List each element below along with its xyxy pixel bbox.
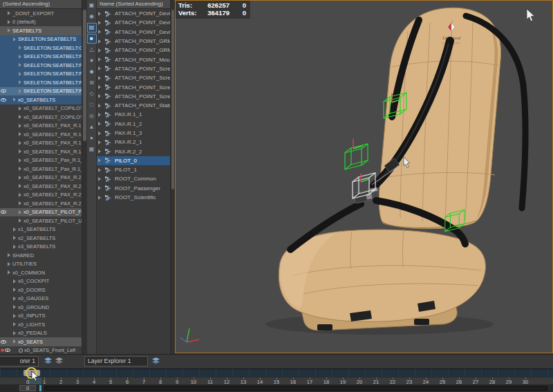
layer-row[interactable]: x0_SEATBELT_PILOT_Fasten	[0, 208, 82, 217]
scene-node-row[interactable]: ATTACH_POINT_Mount_Cup	[97, 55, 170, 64]
layer-row[interactable]: 0 (default)	[0, 18, 82, 27]
expand-arrow-icon[interactable]	[13, 37, 16, 41]
expand-arrow-icon[interactable]	[13, 314, 16, 318]
expand-arrow-icon[interactable]	[8, 270, 10, 274]
display-bones-icon[interactable]: ▲	[88, 123, 96, 131]
layer-row[interactable]: SKELETON:SEATBELTS	[0, 35, 82, 44]
layer-row[interactable]: x0_SEATBELT_PAX_R.1_1_Fast...	[0, 122, 82, 131]
layer-row[interactable]: x0_SEATBELT_Pax_R.1_3_Fast...	[0, 156, 82, 165]
layer-explorer-sort-header[interactable]: (Sorted Ascending)	[0, 0, 82, 9]
scene-node-row[interactable]: ATTACH_POINT_Device_03	[97, 28, 170, 37]
expand-arrow-icon[interactable]	[98, 140, 101, 144]
layer-row[interactable]: x1_SEATBELTS	[0, 225, 82, 234]
display-spacewarps-icon[interactable]: ◇	[88, 90, 96, 98]
track-bar[interactable]: 0	[0, 384, 553, 392]
expand-arrow-icon[interactable]	[13, 297, 16, 301]
expand-arrow-icon[interactable]	[98, 168, 101, 172]
expand-arrow-icon[interactable]	[98, 113, 101, 117]
expand-arrow-icon[interactable]	[19, 149, 21, 153]
scene-node-row[interactable]: ROOT_Passenger	[97, 184, 170, 193]
viewport-3d[interactable]: Diamond AIRCRAFT	[175, 0, 553, 353]
expand-arrow-icon[interactable]	[19, 201, 21, 205]
scene-node-row[interactable]: PAX-R.1_2	[97, 120, 170, 129]
layer-row[interactable]: x0_SEATBELT_PILOT_Unfaste...	[0, 216, 82, 225]
expand-arrow-icon[interactable]	[8, 28, 10, 32]
layer-row[interactable]: x0_SEATBELT_COPILOT_Faste...	[0, 104, 82, 113]
scene-node-row[interactable]: ATTACH_POINT_GRM1000_Au...	[97, 37, 170, 46]
expand-arrow-icon[interactable]	[19, 55, 21, 59]
display-containers-icon[interactable]: ●	[88, 134, 96, 142]
layer-list-icon[interactable]	[54, 356, 64, 366]
scene-node-row[interactable]: ATTACH_POINT_Screen_03_W...	[97, 92, 170, 101]
expand-arrow-icon[interactable]	[13, 288, 16, 292]
expand-arrow-icon[interactable]	[19, 46, 21, 50]
layer-row[interactable]: _DONT_EXPORT	[0, 9, 82, 18]
expand-arrow-icon[interactable]	[19, 141, 21, 145]
scene-node-row[interactable]: PAX-R.2_1	[97, 138, 170, 147]
expand-arrow-icon[interactable]	[8, 11, 10, 15]
expand-arrow-icon[interactable]	[13, 322, 16, 326]
select-icon[interactable]: ▤	[88, 24, 96, 32]
expand-arrow-icon[interactable]	[13, 236, 16, 240]
expand-arrow-icon[interactable]	[98, 76, 101, 80]
layer-row[interactable]: x0_SEATBELT_PAX_R.2_2_Unf...	[0, 199, 82, 208]
layer-row[interactable]: x2_SEATBELTS	[0, 234, 82, 243]
expand-arrow-icon[interactable]	[13, 339, 16, 344]
expand-arrow-icon[interactable]	[98, 186, 101, 190]
expand-arrow-icon[interactable]	[98, 122, 101, 126]
layer-row[interactable]: x0_SEATBELT_PAX_R.1_2_Unf...	[0, 147, 82, 156]
scene-explorer-name-header[interactable]: Name (Sorted Ascending)	[97, 0, 170, 9]
layer-row[interactable]: x0_SEATS_Front_Left	[0, 346, 82, 355]
visibility-eye-icon[interactable]	[1, 210, 6, 214]
scene-node-row[interactable]: PAX-R.1_1	[97, 110, 170, 119]
expand-arrow-icon[interactable]	[98, 66, 101, 71]
lock-icon[interactable]: ▣	[88, 1, 96, 10]
current-frame-field[interactable]: 0	[19, 385, 36, 391]
scene-node-row[interactable]: ATTACH_POINT_Screen_01_01	[97, 64, 170, 73]
scene-explorer-name-combo[interactable]: Layer Explorer 1	[84, 356, 148, 366]
scene-node-row[interactable]: PAX-R.2_2	[97, 147, 170, 156]
settings-icon[interactable]: ▦	[88, 145, 96, 153]
expand-arrow-icon[interactable]	[13, 97, 16, 102]
expand-arrow-icon[interactable]	[8, 20, 10, 24]
layer-row[interactable]: SHARED	[0, 251, 82, 260]
expand-arrow-icon[interactable]	[98, 149, 101, 153]
layer-row[interactable]: x0_SEATBELT_PAX_R.1_2_Fas...	[0, 139, 82, 148]
layer-row[interactable]: x0_COCKPIT	[0, 277, 82, 286]
scene-node-row[interactable]: ATTACH_POINT_Device_02	[97, 18, 170, 27]
scene-node-row[interactable]: ATTACH_POINT_Stabilizer	[97, 101, 170, 110]
layer-row[interactable]: x0_SEATBELT_PAX_R.2_1_Unf...	[0, 182, 82, 191]
layer-row[interactable]: x0_GAUGES	[0, 295, 82, 304]
layer-row[interactable]: x0_SEATBELTS	[0, 95, 82, 104]
display-xrefs-icon[interactable]: ◎	[88, 112, 96, 120]
layer-row[interactable]: x0_GROUND	[0, 303, 82, 312]
expand-arrow-icon[interactable]	[8, 262, 10, 266]
scene-node-row[interactable]: ATTACH_POINT_Screen_02_01	[97, 82, 170, 91]
expand-arrow-icon[interactable]	[98, 21, 101, 25]
layer-row[interactable]: x0_SEATS	[0, 337, 82, 346]
scene-node-row[interactable]: PILOT_1	[97, 165, 170, 174]
layer-explorer-scrollbar[interactable]	[82, 0, 87, 354]
expand-arrow-icon[interactable]	[13, 279, 16, 283]
expand-arrow-icon[interactable]	[19, 115, 21, 119]
expand-arrow-icon[interactable]	[98, 94, 101, 98]
scene-node-row[interactable]: ROOT_Common	[97, 174, 170, 183]
expand-arrow-icon[interactable]	[19, 89, 21, 93]
layer-row[interactable]: x0_COMMON	[0, 268, 82, 277]
layer-explorer-name-combo[interactable]: orer 1	[0, 356, 39, 366]
visibility-eye-icon[interactable]	[1, 89, 6, 93]
display-groups-icon[interactable]: □	[88, 101, 96, 109]
expand-arrow-icon[interactable]	[19, 72, 21, 76]
scene-node-row[interactable]: ATTACH_POINT_Device_01	[97, 9, 170, 18]
scene-node-row[interactable]: ATTACH_POINT_Screen_01_02	[97, 73, 170, 82]
seat-backrest[interactable]	[379, 8, 500, 229]
layer-row[interactable]: SKELETON:SEATBELT:PAX-R.1	[0, 53, 82, 62]
find-icon[interactable]: ◉	[88, 12, 96, 21]
expand-arrow-icon[interactable]	[98, 177, 101, 181]
layer-row[interactable]: SKELETON:SEATBELT:COPILOT	[0, 44, 82, 53]
expand-arrow-icon[interactable]	[98, 158, 101, 162]
timeline-ruler[interactable]: 0123456789101112131415161718192021222324…	[0, 377, 553, 384]
expand-arrow-icon[interactable]	[19, 63, 21, 67]
layers-stack-icon[interactable]	[151, 356, 161, 366]
expand-arrow-icon[interactable]	[98, 57, 101, 62]
